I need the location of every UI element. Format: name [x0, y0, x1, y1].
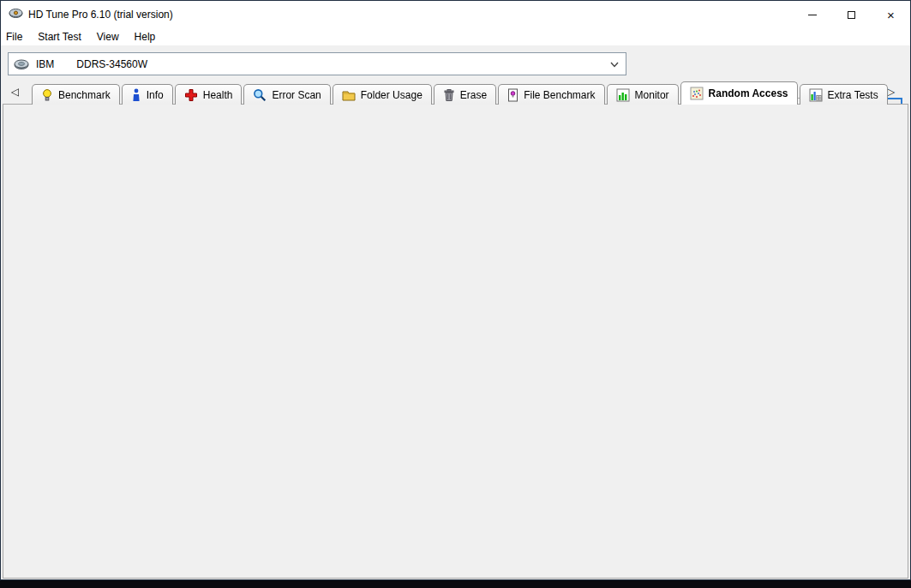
- tab-label: File Benchmark: [524, 89, 595, 101]
- trash-icon: [443, 88, 455, 102]
- tab-health[interactable]: Health: [175, 84, 243, 105]
- menu-file[interactable]: File: [1, 28, 30, 45]
- tab-label: Extra Tests: [828, 89, 878, 101]
- drive-vendor: IBM: [36, 58, 54, 70]
- toolbar: IBM DDRS-34560W -- °C: [1, 45, 910, 81]
- menu-help[interactable]: Help: [127, 28, 164, 45]
- tab-file-benchmark[interactable]: File Benchmark: [498, 84, 604, 105]
- magnifier-icon: [253, 88, 267, 102]
- app-window: HD Tune Pro 6.10 (trial version) × File …: [0, 0, 911, 580]
- maximize-icon: [848, 11, 855, 19]
- close-icon: ×: [887, 9, 895, 21]
- tab-label: Folder Usage: [361, 89, 423, 101]
- tab-label: Info: [147, 89, 164, 101]
- tab-info[interactable]: Info: [122, 84, 173, 105]
- extra-tests-icon: [809, 88, 823, 102]
- tab-monitor[interactable]: Monitor: [607, 84, 679, 105]
- tab-folder-usage[interactable]: Folder Usage: [333, 84, 432, 105]
- drive-model: DDRS-34560W: [76, 58, 147, 70]
- menu-view[interactable]: View: [89, 28, 127, 45]
- scatter-icon: [690, 87, 704, 100]
- disk-icon: [14, 58, 29, 70]
- monitor-chart-icon: [616, 88, 630, 102]
- close-button[interactable]: ×: [872, 1, 910, 28]
- title-bar: HD Tune Pro 6.10 (trial version) ×: [1, 1, 910, 28]
- tab-random-access[interactable]: Random Access: [680, 81, 798, 105]
- health-cross-icon: [184, 88, 198, 102]
- file-benchmark-icon: [507, 88, 518, 102]
- minimize-button[interactable]: [793, 1, 831, 28]
- tab-label: Monitor: [635, 89, 669, 101]
- random-access-panel: [3, 104, 908, 579]
- folder-icon: [342, 89, 356, 101]
- lightbulb-icon: [41, 88, 53, 102]
- tab-label: Erase: [460, 89, 487, 101]
- menu-bar: File Start Test View Help: [1, 28, 910, 45]
- tab-erase[interactable]: Erase: [434, 84, 496, 105]
- tab-label: Random Access: [709, 87, 788, 99]
- menu-start-test[interactable]: Start Test: [30, 28, 88, 45]
- hd-tune-app-icon: [9, 8, 23, 21]
- tab-label: Health: [203, 89, 233, 101]
- minimize-icon: [808, 15, 817, 15]
- maximize-button[interactable]: [832, 1, 871, 28]
- tab-label: Benchmark: [58, 89, 111, 101]
- window-title: HD Tune Pro 6.10 (trial version): [28, 9, 173, 21]
- tab-bar: Benchmark Info Health Error Scan: [32, 81, 890, 105]
- info-icon: [131, 88, 141, 102]
- tab-scroll-left-button[interactable]: ◁: [11, 86, 19, 98]
- tab-error-scan[interactable]: Error Scan: [243, 84, 330, 105]
- drive-select-dropdown[interactable]: IBM DDRS-34560W: [8, 52, 626, 75]
- chevron-down-icon: [610, 62, 619, 68]
- tab-label: Error Scan: [272, 89, 321, 101]
- tab-extra-tests[interactable]: Extra Tests: [800, 84, 888, 105]
- tab-benchmark[interactable]: Benchmark: [32, 84, 120, 105]
